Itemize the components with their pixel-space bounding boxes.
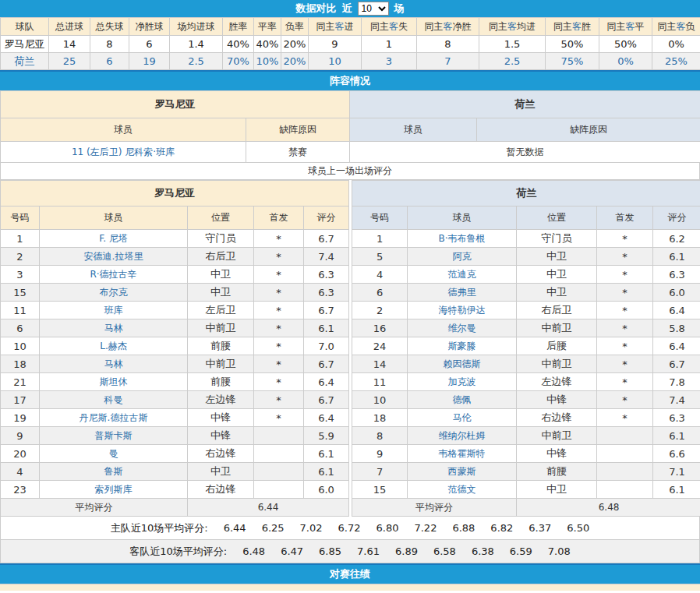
player-row: 11加克波左边锋*7.8 bbox=[352, 373, 700, 391]
player-link[interactable]: 布尔克 bbox=[100, 287, 128, 298]
player-row: 10L.赫杰前腰*7.0 bbox=[1, 337, 349, 355]
player-row: 6马林中前卫*6.1 bbox=[1, 319, 349, 337]
comparison-col-header: 平率 bbox=[254, 18, 281, 36]
away-recent-value: 6.47 bbox=[281, 545, 303, 557]
comparison-col-header: 总失球 bbox=[90, 18, 129, 36]
player-link[interactable]: 范德文 bbox=[448, 484, 476, 495]
home-absence-player-link[interactable]: 11 (左后卫) 尼科索·班库 bbox=[72, 146, 175, 157]
avg-label-cell: 平均评分 bbox=[1, 499, 188, 517]
player-link[interactable]: L.赫杰 bbox=[100, 341, 127, 351]
player-starter-cell: * bbox=[597, 355, 653, 373]
player-score-cell: 6.1 bbox=[653, 427, 700, 445]
player-number-cell: 5 bbox=[352, 248, 408, 266]
comparison-row: 罗马尼亚14861.440%40%20%9181.550%50%0% bbox=[1, 36, 700, 53]
player-number-cell: 14 bbox=[352, 355, 408, 373]
player-name-cell: 曼 bbox=[40, 445, 188, 463]
player-name-cell: 布尔克 bbox=[40, 284, 188, 302]
player-link[interactable]: F. 尼塔 bbox=[99, 233, 128, 244]
stat-cell: 8 bbox=[417, 36, 479, 53]
player-starter-cell: * bbox=[254, 391, 304, 409]
player-link[interactable]: 丹尼斯.德拉古斯 bbox=[80, 412, 148, 423]
player-link[interactable]: 普斯卡斯 bbox=[95, 430, 133, 441]
player-name-cell: 阿克 bbox=[408, 248, 517, 266]
player-link[interactable]: 斯坦休 bbox=[100, 376, 128, 387]
rating-col-header: 首发 bbox=[597, 206, 653, 230]
away-player-col-header: 球员 bbox=[350, 118, 477, 142]
player-position-cell: 中卫 bbox=[517, 248, 597, 266]
player-link[interactable]: 韦格霍斯特 bbox=[439, 448, 486, 459]
header-text: 进 bbox=[345, 21, 354, 32]
match-count-select[interactable]: 10 bbox=[358, 2, 389, 16]
player-position-cell: 右后卫 bbox=[517, 302, 597, 319]
stat-cell: 20% bbox=[281, 53, 309, 70]
player-position-cell: 前腰 bbox=[517, 463, 597, 481]
away-rating-team-row: 荷兰 bbox=[352, 181, 700, 206]
player-number-cell: 23 bbox=[1, 481, 40, 499]
player-link[interactable]: B·韦布鲁根 bbox=[439, 233, 486, 244]
stat-cell: 50% bbox=[546, 36, 599, 53]
player-link[interactable]: 德弗里 bbox=[448, 287, 476, 298]
player-link[interactable]: 马林 bbox=[104, 323, 123, 334]
data-compare-title: 数据对比 bbox=[296, 2, 337, 16]
header-text: 负 bbox=[686, 21, 695, 32]
player-link[interactable]: 马林 bbox=[104, 358, 123, 369]
player-number-cell: 11 bbox=[1, 302, 40, 319]
player-row: 23索列斯库右边锋6.0 bbox=[1, 481, 349, 499]
player-link[interactable]: 西蒙斯 bbox=[448, 466, 476, 477]
player-link[interactable]: 加克波 bbox=[448, 376, 476, 387]
away-rating-columns-row: 号码球员位置首发评分 bbox=[352, 206, 700, 230]
player-link[interactable]: 鲁斯 bbox=[104, 466, 123, 477]
player-link[interactable]: 科曼 bbox=[104, 394, 123, 405]
player-name-cell: 韦格霍斯特 bbox=[408, 445, 517, 463]
stat-cell: 40% bbox=[223, 36, 254, 53]
player-starter-cell: * bbox=[254, 355, 304, 373]
player-link[interactable]: 马伦 bbox=[453, 412, 472, 423]
header-highlight-char: 客 bbox=[444, 21, 453, 32]
player-link[interactable]: 索列斯库 bbox=[95, 484, 133, 495]
home-recent-value: 6.80 bbox=[377, 522, 399, 534]
player-number-cell: 15 bbox=[352, 481, 408, 499]
player-link[interactable]: 维纳尔杜姆 bbox=[439, 430, 486, 441]
player-starter-cell: * bbox=[254, 409, 304, 427]
home-rating-columns-row: 号码球员位置首发评分 bbox=[1, 206, 349, 230]
player-starter-cell: * bbox=[597, 337, 653, 355]
player-link[interactable]: 海特勒伊达 bbox=[439, 305, 486, 316]
player-name-cell: 斯豪滕 bbox=[408, 337, 517, 355]
home-rating-team-name: 罗马尼亚 bbox=[1, 181, 349, 206]
home-reason-col-header: 缺阵原因 bbox=[246, 118, 350, 142]
player-name-cell: 科曼 bbox=[40, 391, 188, 409]
player-link[interactable]: 范迪克 bbox=[448, 269, 476, 280]
player-link[interactable]: 德佩 bbox=[453, 394, 472, 405]
player-score-cell: 6.3 bbox=[653, 409, 700, 427]
player-score-cell: 6.7 bbox=[304, 391, 349, 409]
player-link[interactable]: 斯豪滕 bbox=[448, 341, 476, 351]
comparison-col-header: 同主客胜 bbox=[546, 18, 599, 36]
player-position-cell: 左边锋 bbox=[188, 391, 254, 409]
player-name-cell: 范迪克 bbox=[408, 266, 517, 284]
player-link[interactable]: 维尔曼 bbox=[448, 323, 476, 334]
home-recent-value: 7.22 bbox=[414, 522, 437, 534]
comparison-header-row: 球队总进球总失球净胜球场均进球胜率平率负率同主客进同主客失同主客净胜同主客均进同… bbox=[1, 18, 700, 36]
header-text: 同主 bbox=[489, 21, 507, 32]
player-position-cell: 中卫 bbox=[188, 266, 254, 284]
player-position-cell: 中前卫 bbox=[188, 319, 254, 337]
away-avg-row: 平均评分6.48 bbox=[352, 499, 700, 517]
player-link[interactable]: 安德迪.拉塔里 bbox=[84, 251, 143, 262]
player-row: 2海特勒伊达右后卫*6.4 bbox=[352, 302, 700, 319]
comparison-col-header: 同主客失 bbox=[362, 18, 417, 36]
player-row: 20曼右边锋6.1 bbox=[1, 445, 349, 463]
player-link[interactable]: 阿克 bbox=[453, 251, 472, 262]
player-score-cell: 7.0 bbox=[304, 337, 349, 355]
squad-absence-row: 11 (左后卫) 尼科索·班库 禁赛 暂无数据 bbox=[1, 142, 700, 163]
stat-cell: 8 bbox=[90, 36, 129, 53]
player-link[interactable]: 赖因德斯 bbox=[444, 358, 481, 369]
next-section-strip bbox=[0, 584, 700, 591]
comparison-col-header: 同主客均进 bbox=[479, 18, 546, 36]
player-starter-cell: * bbox=[597, 409, 653, 427]
player-link[interactable]: R·德拉古辛 bbox=[90, 269, 136, 280]
player-link[interactable]: 曼 bbox=[109, 448, 118, 459]
header-text: 平 bbox=[635, 21, 645, 32]
player-number-cell: 6 bbox=[1, 319, 40, 337]
player-link[interactable]: 班库 bbox=[104, 305, 123, 316]
player-name-cell: 斯坦休 bbox=[40, 373, 188, 391]
